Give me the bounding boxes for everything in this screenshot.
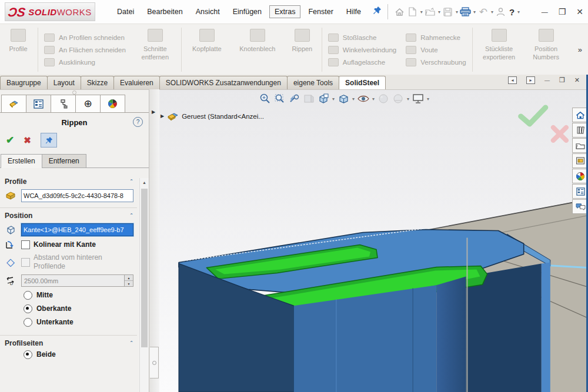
scene-caret-icon[interactable]: ▾ [407,96,409,102]
tab-solidsteel[interactable]: SolidSteel [339,76,386,89]
scroll-up-icon[interactable]: ▲ [140,178,149,186]
menu-fenster[interactable]: Fenster [303,5,338,18]
panel-help-icon[interactable]: ? [133,117,143,127]
section-profilseiten-header[interactable]: Profilseiten ˆ [0,336,137,349]
doc-restore-button[interactable]: ❒ [559,76,565,84]
view-orientation-icon[interactable] [317,92,330,105]
keep-visible-pin-button[interactable] [41,133,57,148]
ribbon-rahmenecke-button[interactable]: Rahmenecke [406,33,466,42]
ribbon-rippen-button[interactable]: Rippen [284,24,320,75]
ribbon-winkelverbindung-button[interactable]: Winkelverbindung [328,46,396,54]
doc-minimize-button[interactable]: — [544,78,550,83]
section-view-icon[interactable] [302,92,315,105]
taskpane-home-tab[interactable] [572,108,588,122]
tab-skizze[interactable]: Skizze [81,76,114,89]
doc-previous-window-button[interactable]: ◂ [508,76,517,84]
ribbon-remove-cuts-button[interactable]: Schnitte entfernen [131,24,180,75]
new-document-icon[interactable] [407,6,419,18]
taskpane-solidworks-resources-tab[interactable] [572,169,588,183]
colinear-checkbox[interactable] [21,240,30,249]
pin-menu-icon[interactable] [372,6,382,18]
zoom-fit-icon[interactable] [258,92,271,105]
ribbon-voute-button[interactable]: Voute [406,46,466,54]
home-icon[interactable] [394,6,406,18]
save-icon[interactable] [442,6,454,18]
view-settings-icon[interactable] [412,92,425,105]
panel-scrollbar[interactable]: ▲ [139,178,149,392]
splitter-collapse-handle[interactable] [150,347,159,378]
menu-ansicht[interactable]: Ansicht [191,5,225,18]
taskpane-custom-properties-tab[interactable] [572,184,588,199]
ribbon-position-numbers-button[interactable]: Position Numbers [524,24,568,75]
radio-mitte[interactable] [24,291,32,300]
maximize-button[interactable]: ❒ [559,7,566,16]
menu-datei[interactable]: Datei [112,5,139,18]
menu-hilfe[interactable]: Hilfe [341,5,366,18]
edge-selection-field[interactable]: Kante<1>@HEB_240_eeff9ee9-b7 [21,223,133,236]
collapse-icon[interactable]: ˆ [131,213,132,219]
radio-unterkante[interactable] [24,318,32,327]
previous-view-icon[interactable] [288,92,300,105]
radio-beide[interactable] [24,350,32,359]
section-position-header[interactable]: Position ˆ [0,208,137,222]
mode-tab-erstellen[interactable]: Erstellen [1,154,42,168]
doc-close-button[interactable]: ✕ [574,76,580,84]
minimize-button[interactable]: — [542,8,548,15]
tab-display-manager[interactable] [100,95,125,112]
taskpane-design-library-tab[interactable] [572,123,588,138]
tree-expand-icon[interactable]: ▶ [161,113,164,119]
ribbon-overflow-button[interactable]: » [578,45,582,54]
ribbon-stosslasche-button[interactable]: Stoßlasche [328,33,396,42]
undo-caret-icon[interactable]: ▾ [491,9,493,15]
save-caret-icon[interactable]: ▾ [456,9,458,15]
ok-button[interactable]: ✔ [6,134,14,146]
display-style-caret-icon[interactable]: ▾ [352,96,355,102]
graphics-viewport[interactable]: ▾ ▾ ▾ ▾ ▾ ▶ Geruest (Standard<Anzei... [159,89,588,392]
taskpane-design-binder-tab[interactable] [572,153,588,168]
ribbon-cut-profiles-button[interactable]: An Profilen schneiden [44,33,126,42]
collapse-icon[interactable]: ˆ [131,340,132,347]
ribbon-cut-faces-button[interactable]: An Flächen schneiden [44,46,126,54]
radio-oberkante[interactable] [24,304,32,313]
hide-show-items-icon[interactable] [357,92,370,105]
print-caret-icon[interactable]: ▾ [473,9,476,15]
hide-show-caret-icon[interactable]: ▾ [372,96,375,102]
zoom-area-icon[interactable] [273,92,286,105]
help-caret-icon[interactable]: ▾ [517,9,520,15]
ribbon-profile-button[interactable]: Profile [0,24,36,75]
apply-scene-icon[interactable] [392,92,405,105]
radio-unterkante-row[interactable]: Unterkante [0,316,137,329]
open-icon[interactable] [425,6,436,18]
new-caret-icon[interactable]: ▾ [420,9,423,15]
tab-configuration-manager[interactable] [51,95,76,112]
panel-splitter[interactable]: ▶ [149,89,159,392]
tab-dimxpert-manager[interactable]: ⊕ [75,95,101,112]
undo-icon[interactable]: ↶ [477,6,489,18]
tab-zusatzanwendungen[interactable]: SOLIDWORKS Zusatzanwendungen [159,76,288,89]
tab-baugruppe[interactable]: Baugruppe [0,76,48,89]
tab-property-manager[interactable] [26,95,51,112]
radio-mitte-row[interactable]: Mitte [0,289,137,302]
open-caret-icon[interactable]: ▾ [438,9,440,15]
mode-tab-entfernen[interactable]: Entfernen [42,154,86,167]
user-icon[interactable] [495,6,507,18]
menu-einfuegen[interactable]: Einfügen [228,5,267,18]
orientation-caret-icon[interactable]: ▾ [332,96,335,102]
ribbon-verschraubung-button[interactable]: Verschraubung [406,58,466,66]
cancel-button[interactable]: ✖ [24,135,31,146]
tab-evaluieren[interactable]: Evaluieren [113,76,160,89]
spin-up-icon[interactable]: ▲ [125,275,133,281]
tab-feature-manager[interactable] [1,95,26,112]
ribbon-knotenblech-button[interactable]: Knotenblech [231,24,284,75]
help-icon[interactable]: ? [509,7,514,17]
distance-value-field[interactable]: 2500.00mm ▲ ▼ [21,274,133,287]
view-settings-caret-icon[interactable]: ▾ [427,96,429,102]
ribbon-kopfplatte-button[interactable]: Kopfplatte [183,24,231,75]
tab-layout[interactable]: Layout [47,76,81,89]
section-profile-header[interactable]: Profile ˆ [0,170,137,187]
ribbon-auflagelasche-button[interactable]: Auflagelasche [328,58,396,66]
ribbon-notch-button[interactable]: Ausklinkung [44,58,126,66]
radio-oberkante-row[interactable]: Oberkante [0,302,137,316]
close-button[interactable]: ✕ [576,7,583,16]
doc-next-window-button[interactable]: ▸ [526,76,535,84]
